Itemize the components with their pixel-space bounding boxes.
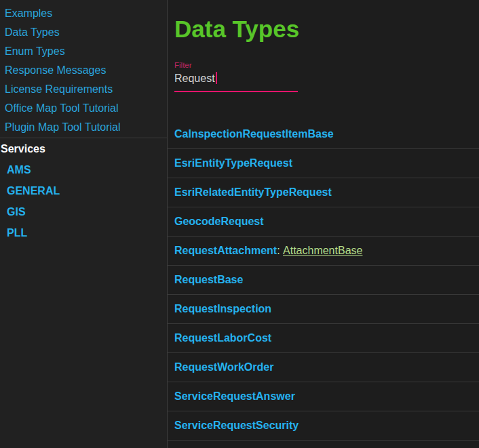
sidebar-link[interactable]: Office Map Tool Tutorial xyxy=(5,99,167,118)
sidebar-service-link[interactable]: GENERAL xyxy=(7,180,167,201)
data-type-link[interactable]: CaInspectionRequestItemBase xyxy=(174,128,334,140)
sidebar-link[interactable]: Examples xyxy=(5,4,167,23)
data-type-link[interactable]: RequestAttachment xyxy=(174,245,277,257)
data-type-row: RequestLaborCost xyxy=(168,324,479,353)
data-type-link[interactable]: ServiceRequestSecurity xyxy=(174,420,299,432)
data-type-link[interactable]: RequestLaborCost xyxy=(174,332,271,344)
data-type-link[interactable]: RequestInspection xyxy=(174,303,271,315)
sidebar: Examples Data Types Enum Types Response … xyxy=(0,0,168,448)
sidebar-nav: Examples Data Types Enum Types Response … xyxy=(0,0,167,137)
filter-input-value: Request xyxy=(174,73,215,84)
page-title: Data Types xyxy=(174,16,479,42)
type-separator: : xyxy=(277,245,283,257)
data-type-row: RequestBase xyxy=(168,266,479,295)
data-type-row: CaInspectionRequestItemBase xyxy=(168,120,479,149)
data-type-row: GeocodeRequest xyxy=(168,207,479,237)
data-type-row: ServiceRequestSecurity xyxy=(168,411,479,441)
data-type-row: EsriRelatedEntityTypeRequest xyxy=(168,178,479,207)
filter-label: Filter xyxy=(174,61,479,70)
data-type-row: RequestAttachment: AttachmentBase xyxy=(168,237,479,266)
sidebar-link[interactable]: Data Types xyxy=(5,23,167,42)
data-type-link[interactable]: EsriEntityTypeRequest xyxy=(174,157,292,169)
text-caret xyxy=(216,72,217,84)
data-type-row: RequestWorkOrder xyxy=(168,353,479,382)
sidebar-link[interactable]: Enum Types xyxy=(5,42,167,61)
data-type-link[interactable]: RequestWorkOrder xyxy=(174,361,273,373)
sidebar-service-link[interactable]: GIS xyxy=(7,201,167,222)
sidebar-divider xyxy=(0,138,167,138)
content: Data Types Filter Request CaInspectionRe… xyxy=(168,0,479,448)
sidebar-service-link[interactable]: AMS xyxy=(7,159,167,180)
filter-input[interactable]: Request xyxy=(174,70,298,92)
data-type-link[interactable]: RequestBase xyxy=(174,274,243,286)
services-section-header: Services xyxy=(0,139,167,159)
data-type-link[interactable]: ServiceRequestAnswer xyxy=(174,390,295,403)
filter-group: Filter Request xyxy=(174,61,479,92)
data-type-link[interactable]: EsriRelatedEntityTypeRequest xyxy=(174,186,332,199)
services-nav: AMS GENERAL GIS PLL xyxy=(0,159,167,243)
sidebar-link[interactable]: Response Messages xyxy=(5,61,167,80)
sidebar-service-link[interactable]: PLL xyxy=(7,222,167,243)
data-type-row: RequestInspection xyxy=(168,295,479,324)
data-type-row: EsriEntityTypeRequest xyxy=(168,149,479,178)
data-type-row: ServiceRequestAnswer xyxy=(168,382,479,411)
docs-page: Examples Data Types Enum Types Response … xyxy=(0,0,479,448)
data-type-link[interactable]: GeocodeRequest xyxy=(174,216,264,228)
sidebar-link[interactable]: License Requirements xyxy=(5,80,167,99)
data-type-list: CaInspectionRequestItemBase EsriEntityTy… xyxy=(168,120,479,441)
sidebar-link[interactable]: Plugin Map Tool Tutorial xyxy=(5,118,167,137)
base-type-link[interactable]: AttachmentBase xyxy=(283,245,362,257)
